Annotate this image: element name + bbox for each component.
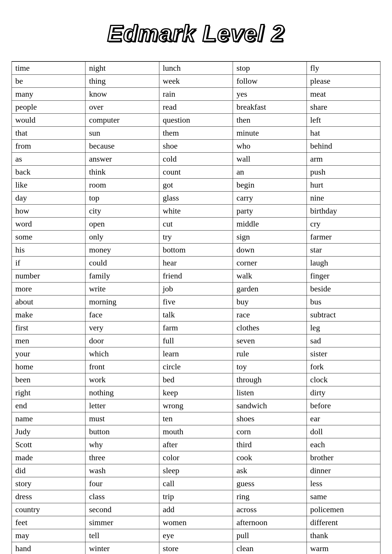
word-cell: who xyxy=(233,140,307,153)
word-cell: feet xyxy=(12,516,85,529)
word-cell: hurt xyxy=(307,179,380,192)
word-cell: men xyxy=(12,334,85,347)
word-cell: seven xyxy=(233,334,307,347)
word-cell: why xyxy=(85,438,159,451)
word-cell: over xyxy=(85,101,159,114)
word-cell: could xyxy=(85,257,159,269)
word-cell: wrong xyxy=(159,399,233,412)
word-cell: make xyxy=(12,308,85,321)
word-cell: mouth xyxy=(159,425,233,438)
table-row: maytelleyepullthank xyxy=(12,529,380,542)
word-cell: sandwich xyxy=(233,399,307,412)
word-cell: home xyxy=(12,360,85,373)
word-cell: as xyxy=(12,153,85,166)
word-cell: open xyxy=(85,218,159,231)
word-cell: city xyxy=(85,205,159,218)
table-row: Judybuttonmouthcorndoll xyxy=(12,425,380,438)
word-cell: corn xyxy=(233,425,307,438)
word-cell: only xyxy=(85,231,159,244)
table-row: bethingweekfollowplease xyxy=(12,75,380,88)
table-row: Scottwhyafterthirdeach xyxy=(12,438,380,451)
word-cell: please xyxy=(307,75,380,88)
word-cell: lunch xyxy=(159,61,233,75)
word-cell: garden xyxy=(233,282,307,295)
word-cell: that xyxy=(12,127,85,140)
table-row: yourwhichlearnrulesister xyxy=(12,347,380,360)
word-cell: nine xyxy=(307,192,380,205)
word-cell: try xyxy=(159,231,233,244)
word-cell: share xyxy=(307,101,380,114)
word-cell: women xyxy=(159,516,233,529)
word-cell: bottom xyxy=(159,244,233,257)
table-row: ifcouldhearcornerlaugh xyxy=(12,257,380,269)
word-cell: front xyxy=(85,360,159,373)
table-row: didwashsleepaskdinner xyxy=(12,464,380,477)
word-cell: behind xyxy=(307,140,380,153)
word-cell: store xyxy=(159,542,233,554)
word-cell: meat xyxy=(307,88,380,101)
word-cell: each xyxy=(307,438,380,451)
table-row: aboutmorningfivebuybus xyxy=(12,295,380,308)
word-cell: four xyxy=(85,477,159,490)
table-row: feetsimmerwomenafternoondifferent xyxy=(12,516,380,529)
word-cell: birthday xyxy=(307,205,380,218)
word-cell: end xyxy=(12,399,85,412)
word-cell: more xyxy=(12,282,85,295)
word-cell: be xyxy=(12,75,85,88)
table-row: storyfourcallguessless xyxy=(12,477,380,490)
word-cell: button xyxy=(85,425,159,438)
table-row: someonlytrysignfarmer xyxy=(12,231,380,244)
word-cell: finger xyxy=(307,269,380,282)
word-cell: top xyxy=(85,192,159,205)
word-cell: laugh xyxy=(307,257,380,269)
word-cell: Judy xyxy=(12,425,85,438)
word-cell: cry xyxy=(307,218,380,231)
table-row: manyknowrainyesmeat xyxy=(12,88,380,101)
word-cell: keep xyxy=(159,386,233,399)
word-cell: know xyxy=(85,88,159,101)
word-cell: because xyxy=(85,140,159,153)
table-row: hismoneybottomdownstar xyxy=(12,244,380,257)
word-cell: cut xyxy=(159,218,233,231)
word-cell: walk xyxy=(233,269,307,282)
word-cell: sign xyxy=(233,231,307,244)
word-cell: party xyxy=(233,205,307,218)
word-cell: clean xyxy=(233,542,307,554)
word-cell: his xyxy=(12,244,85,257)
word-cell: ten xyxy=(159,412,233,425)
word-cell: clock xyxy=(307,373,380,386)
word-cell: pull xyxy=(233,529,307,542)
word-cell: subtract xyxy=(307,308,380,321)
word-cell: farmer xyxy=(307,231,380,244)
word-cell: glass xyxy=(159,192,233,205)
word-cell: job xyxy=(159,282,233,295)
word-cell: carry xyxy=(233,192,307,205)
word-cell: fly xyxy=(307,61,380,75)
word-cell: clothes xyxy=(233,321,307,334)
word-cell: write xyxy=(85,282,159,295)
word-cell: like xyxy=(12,179,85,192)
word-cell: from xyxy=(12,140,85,153)
table-row: asanswercoldwallarm xyxy=(12,153,380,166)
word-cell: listen xyxy=(233,386,307,399)
word-cell: rain xyxy=(159,88,233,101)
table-row: wordopencutmiddlecry xyxy=(12,218,380,231)
word-cell: sleep xyxy=(159,464,233,477)
table-row: likeroomgotbeginhurt xyxy=(12,179,380,192)
word-cell: hear xyxy=(159,257,233,269)
word-cell: name xyxy=(12,412,85,425)
word-cell: sun xyxy=(85,127,159,140)
word-cell: first xyxy=(12,321,85,334)
word-cell: wash xyxy=(85,464,159,477)
table-row: makefacetalkracesubtract xyxy=(12,308,380,321)
word-cell: sad xyxy=(307,334,380,347)
word-cell: day xyxy=(12,192,85,205)
word-cell: simmer xyxy=(85,516,159,529)
word-cell: down xyxy=(233,244,307,257)
table-row: timenightlunchstopfly xyxy=(12,61,380,75)
word-cell: arm xyxy=(307,153,380,166)
word-cell: week xyxy=(159,75,233,88)
word-cell: five xyxy=(159,295,233,308)
table-row: wouldcomputerquestionthenleft xyxy=(12,114,380,127)
word-cell: corner xyxy=(233,257,307,269)
